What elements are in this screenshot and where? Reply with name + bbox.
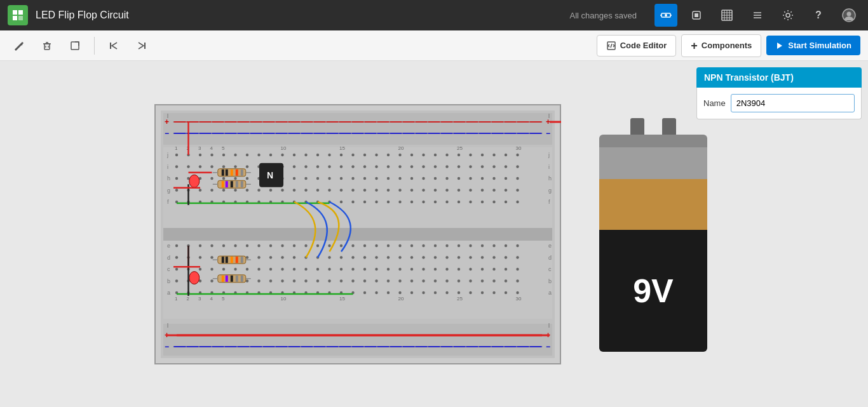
battery-mid [599,179,707,230]
battery-neg-terminal [630,118,644,136]
resize-tool-btn[interactable] [64,34,86,57]
components-btn[interactable]: + Components [681,34,761,57]
project-title: LED Flip Flop Circuit [36,10,129,21]
svg-point-22 [847,12,851,17]
save-status: All changes saved [569,11,637,20]
battery-pos-terminal [662,118,676,136]
battery-cap [599,135,707,147]
svg-rect-2 [13,16,17,20]
name-field-input[interactable] [731,94,855,112]
circuit-nav-btn[interactable] [654,4,677,27]
svg-rect-1 [18,10,23,15]
annotate-tool-btn[interactable] [8,34,31,57]
name-field: Name [703,94,855,112]
svg-rect-29 [71,42,79,50]
app-logo [8,5,28,25]
name-field-label: Name [703,98,726,108]
svg-rect-0 [13,10,17,15]
main-area: 9V NPN Transistor (BJT) Name [0,61,868,407]
right-panel: NPN Transistor (BJT) Name [696,67,862,119]
panel-body: Name [696,88,862,119]
toolbar: Code Editor + Components Start Simulatio… [0,30,868,61]
svg-rect-3 [18,16,23,20]
help-nav-btn[interactable]: ? [807,4,830,27]
delete-tool-btn[interactable] [36,34,58,57]
simulate-btn[interactable]: Start Simulation [766,36,860,55]
toolbar-divider [94,37,95,55]
svg-line-33 [611,44,612,48]
toolbar-right: Code Editor + Components Start Simulatio… [597,34,860,57]
svg-point-7 [665,14,667,17]
panel-header: NPN Transistor (BJT) [696,67,862,88]
battery-bot: 9V [599,230,707,352]
svg-marker-34 [777,43,782,49]
battery-body: 9V [599,135,707,352]
breadboard-canvas[interactable] [154,104,561,364]
code-editor-btn[interactable]: Code Editor [597,35,677,57]
breadboard-container: 9V [154,104,714,364]
prev-tool-btn[interactable] [102,34,125,57]
navbar: LED Flip Flop Circuit All changes saved [0,0,868,30]
profile-nav-btn[interactable] [837,4,860,27]
battery-label: 9V [633,272,674,310]
component-nav-btn[interactable] [685,4,708,27]
svg-rect-9 [695,13,698,17]
battery-top [599,147,707,179]
next-tool-btn[interactable] [130,34,153,57]
battery: 9V [593,117,714,352]
svg-rect-24 [44,44,50,50]
svg-point-20 [786,13,790,17]
pcb-nav-btn[interactable] [715,4,738,27]
breadboard-wrapper [154,104,561,364]
list-nav-btn[interactable] [746,4,769,27]
settings-nav-btn[interactable] [776,4,799,27]
